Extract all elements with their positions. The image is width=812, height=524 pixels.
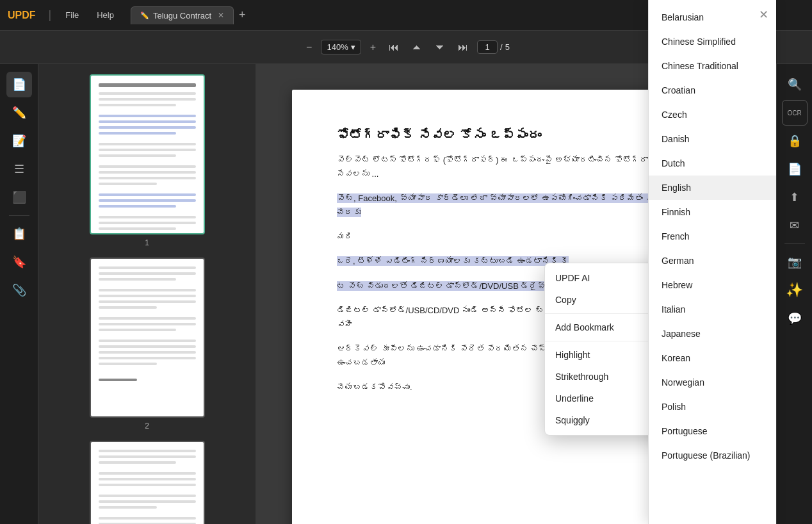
menu-help[interactable]: Help bbox=[90, 8, 120, 22]
lang-norwegian[interactable]: Norwegian bbox=[649, 370, 776, 395]
lang-czech[interactable]: Czech bbox=[649, 102, 776, 127]
sidebar-sep-1 bbox=[9, 215, 29, 216]
lang-danish[interactable]: Danish bbox=[649, 127, 776, 151]
right-sidebar: 🔍 OCR 🔒 📄 ⬆ ✉ 📷 ✨ 💬 bbox=[776, 64, 812, 524]
ctx-updf-ai-label: UPDF AI bbox=[555, 273, 590, 283]
lang-italian[interactable]: Italian bbox=[649, 297, 776, 322]
ctx-squiggly-label: Squiggly bbox=[555, 415, 590, 425]
right-icon-search[interactable]: 🔍 bbox=[782, 72, 808, 97]
page-sep: / bbox=[500, 42, 503, 52]
lang-korean[interactable]: Korean bbox=[649, 346, 776, 370]
zoom-display[interactable]: 140% ▾ bbox=[321, 40, 361, 54]
ctx-strikethrough-label: Strikethrough bbox=[555, 372, 608, 382]
thumbnail-page-1[interactable]: 1 bbox=[49, 74, 245, 247]
thumb-page-preview-1 bbox=[90, 74, 205, 234]
sidebar-icon-edit[interactable]: ✏️ bbox=[6, 100, 32, 126]
ctx-add-bookmark-label: Add Bookmark bbox=[555, 322, 614, 332]
sidebar-icon-annotate[interactable]: 📝 bbox=[6, 128, 32, 154]
nav-next-button[interactable]: ⏷ bbox=[431, 39, 449, 56]
right-sep bbox=[784, 243, 805, 244]
new-tab-button[interactable]: + bbox=[239, 8, 246, 22]
ctx-underline-label: Underline bbox=[555, 393, 594, 404]
zoom-out-button[interactable]: − bbox=[302, 39, 316, 56]
thumbnail-panel: 1 bbox=[38, 64, 256, 524]
app-logo: UPDF bbox=[8, 10, 36, 21]
thumb-page-preview-2 bbox=[90, 258, 205, 418]
lang-english[interactable]: English bbox=[649, 176, 776, 200]
thumb-label-1: 1 bbox=[145, 238, 149, 247]
tab-close-button[interactable]: ✕ bbox=[218, 11, 224, 20]
ctx-copy-label: Copy bbox=[555, 295, 576, 305]
page-number-input[interactable] bbox=[477, 40, 498, 54]
doc-highlight-1: వెబ్, Facebook, వ్యాపార కార్డెలు లేదా వ్… bbox=[337, 193, 672, 217]
left-sidebar: 📄 ✏️ 📝 ☰ ⬛ 📋 🔖 📎 bbox=[0, 64, 38, 524]
doc-highlight-4: ట వెబ్ విడుదలతో డిజిటల్ డాన్లోడ్/DVD/USB… bbox=[337, 281, 565, 291]
tab-telugu-contract[interactable]: ✏️ Telugu Contract ✕ bbox=[131, 6, 234, 24]
nav-last-button[interactable]: ⏭ bbox=[454, 39, 472, 56]
page-display: / 5 bbox=[477, 40, 510, 54]
lang-dutch[interactable]: Dutch bbox=[649, 151, 776, 176]
doc-highlight-3: ఒరే, టెళ్ళే ఎడిటింగ్ నిర్ణయాలకు కట్టుబడి… bbox=[337, 256, 569, 266]
lang-belarusian[interactable]: Belarusian bbox=[649, 5, 776, 29]
document-para-1: వెల్వెట్ లోటస్ ఫోటోగ్రఫ్ (ఫోటోగ్రాఫర్) ఈ… bbox=[337, 153, 695, 181]
language-dropdown: ✕ Belarusian Chinese Simplified Chinese … bbox=[648, 0, 776, 524]
right-icon-ocr[interactable]: OCR bbox=[782, 100, 808, 126]
menu-file[interactable]: File bbox=[59, 8, 85, 22]
sidebar-icon-bookmark[interactable]: 🔖 bbox=[6, 249, 32, 275]
document-para-2: మరి bbox=[337, 230, 695, 244]
right-icon-chat[interactable]: 💬 bbox=[782, 306, 808, 331]
lang-hebrew[interactable]: Hebrew bbox=[649, 273, 776, 297]
lang-portuguese-brazilian[interactable]: Portuguese (Brazilian) bbox=[649, 443, 776, 468]
thumbnail-page-3[interactable]: 3 bbox=[49, 441, 245, 524]
lang-portuguese[interactable]: Portuguese bbox=[649, 419, 776, 443]
right-icon-protect[interactable]: 📄 bbox=[782, 156, 808, 182]
zoom-chevron-icon: ▾ bbox=[351, 42, 355, 52]
zoom-in-button[interactable]: + bbox=[366, 39, 380, 56]
thumb-label-2: 2 bbox=[145, 422, 149, 430]
tab-edit-icon: ✏️ bbox=[140, 12, 149, 20]
lang-german[interactable]: German bbox=[649, 249, 776, 273]
lang-croatian[interactable]: Croatian bbox=[649, 78, 776, 102]
lang-chinese-traditional[interactable]: Chinese Traditional bbox=[649, 54, 776, 78]
nav-first-button[interactable]: ⏮ bbox=[385, 39, 403, 56]
zoom-level-label: 140% bbox=[327, 42, 348, 52]
document-title: ఫోటోగ్రాఫిక్ సేవల కోసం ఒప్పందం bbox=[337, 128, 695, 143]
lang-japanese[interactable]: Japanese bbox=[649, 322, 776, 346]
ctx-highlight-label: Highlight bbox=[555, 350, 590, 360]
nav-prev-button[interactable]: ⏶ bbox=[408, 39, 426, 56]
right-icon-share[interactable]: ⬆ bbox=[782, 184, 808, 210]
lang-finnish[interactable]: Finnish bbox=[649, 200, 776, 224]
language-dropdown-close[interactable]: ✕ bbox=[759, 8, 768, 22]
doc-para-2-text: మరి bbox=[337, 232, 353, 242]
sidebar-icon-attach[interactable]: 📎 bbox=[6, 277, 32, 303]
lang-chinese-simplified[interactable]: Chinese Simplified bbox=[649, 29, 776, 54]
document-highlighted-1: వెబ్, Facebook, వ్యాపార కార్డెలు లేదా వ్… bbox=[337, 192, 695, 220]
doc-para-1-text: వెల్వెట్ లోటస్ ఫోటోగ్రఫ్ (ఫోటోగ్రాఫర్) ఈ… bbox=[337, 155, 665, 179]
right-icon-email[interactable]: ✉ bbox=[782, 213, 808, 238]
right-icon-ai[interactable]: ✨ bbox=[782, 277, 808, 303]
tab-label: Telugu Contract bbox=[153, 11, 211, 20]
lang-polish[interactable]: Polish bbox=[649, 395, 776, 419]
sidebar-icon-forms[interactable]: ⬛ bbox=[6, 184, 32, 210]
page-total-label: 5 bbox=[505, 42, 510, 52]
sidebar-icon-reader[interactable]: 📄 bbox=[6, 72, 32, 97]
right-icon-stamp[interactable]: 📷 bbox=[782, 249, 808, 275]
right-icon-sign[interactable]: 🔒 bbox=[782, 128, 808, 154]
topbar-separator: | bbox=[49, 8, 52, 22]
sidebar-icon-organize[interactable]: ☰ bbox=[6, 156, 32, 182]
lang-french[interactable]: French bbox=[649, 224, 776, 249]
sidebar-icon-layers[interactable]: 📋 bbox=[6, 221, 32, 247]
thumb-page-preview-3 bbox=[90, 441, 205, 524]
thumbnail-page-2[interactable]: 2 bbox=[49, 258, 245, 430]
